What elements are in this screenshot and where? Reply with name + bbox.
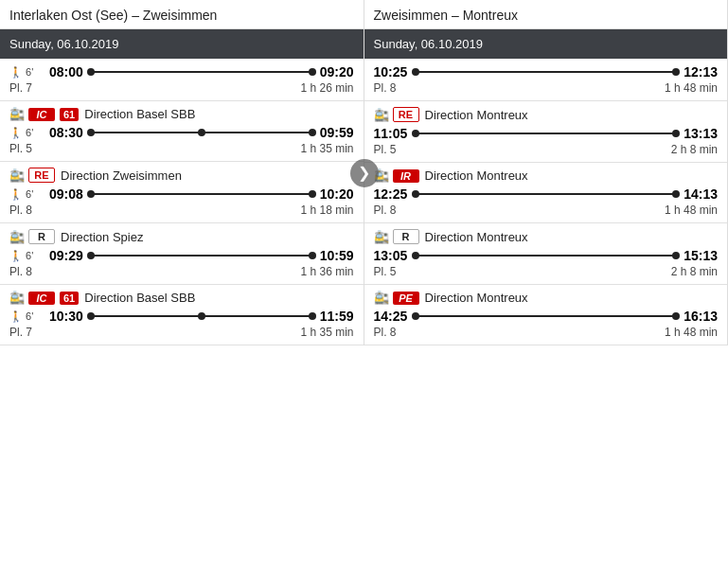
left-platform-row-3: Pl. 8 1 h 36 min — [9, 265, 354, 278]
left-timeline-1 — [91, 126, 312, 139]
scroll-arrow-button[interactable]: ❯ — [350, 159, 379, 187]
right-time-row-3: 13:05 15:13 — [374, 248, 719, 263]
left-arr-1: 09:59 — [316, 125, 354, 140]
left-date: Sunday, 06.10.2019 — [9, 37, 118, 51]
train-icon-r1: 🚉 — [374, 108, 389, 122]
right-badge-r-3: R — [393, 229, 419, 244]
right-route-title: Zweisimmen – Montreux — [374, 8, 519, 23]
right-platform-0: Pl. 8 — [374, 81, 397, 95]
train-icon-3: 🚉 — [9, 230, 25, 244]
left-dot-left-4 — [87, 312, 95, 320]
left-arr-2: 10:20 — [316, 186, 354, 202]
left-platform-row-0: Pl. 7 1 h 26 min — [9, 81, 354, 95]
train-icon-1: 🚉 — [9, 107, 25, 121]
left-arr-4: 11:59 — [316, 309, 354, 324]
right-time-row-4: 14:25 16:13 — [374, 309, 719, 324]
left-dir-row-4: 🚉 IC 61 Direction Basel SBB — [9, 291, 354, 305]
left-dot-right-2 — [309, 190, 316, 198]
right-dot-left-1 — [412, 130, 419, 137]
right-trip-0: 10:25 12:13 Pl. 8 1 h 48 min — [364, 59, 728, 101]
right-dir-text-3: Direction Montreux — [425, 230, 528, 244]
right-platform-row-0: Pl. 8 1 h 48 min — [374, 81, 719, 95]
left-arr-0: 09:20 — [316, 64, 354, 80]
right-platform-4: Pl. 8 — [374, 326, 397, 339]
right-platform-3: Pl. 5 — [374, 265, 397, 278]
right-badge-pe-4: PE — [393, 292, 419, 305]
left-platform-1: Pl. 5 — [9, 142, 32, 155]
train-icon-r4: 🚉 — [374, 291, 389, 305]
left-duration-0: 1 h 26 min — [300, 81, 353, 95]
left-walk-3: 🚶 6' — [9, 250, 45, 262]
left-duration-1: 1 h 35 min — [300, 142, 353, 155]
left-dir-row-3: 🚉 R Direction Spiez — [9, 229, 354, 244]
right-line-4 — [416, 315, 677, 317]
left-dot-mid-1 — [198, 129, 205, 136]
left-timeline-3 — [91, 249, 312, 262]
left-badge-num-4: 61 — [60, 292, 79, 305]
right-badge-re-1: RE — [393, 107, 419, 122]
right-line-1 — [416, 133, 677, 134]
left-time-row-2: 🚶 6' 09:08 10:20 — [9, 186, 354, 202]
left-dot-mid-4 — [198, 312, 205, 320]
train-icon-2: 🚉 — [9, 168, 25, 183]
right-dot-left-4 — [412, 312, 419, 320]
right-line-2 — [416, 193, 677, 195]
left-dir-text-1: Direction Basel SBB — [84, 107, 195, 121]
left-badge-r-3: R — [28, 229, 55, 244]
left-dot-right-4 — [309, 312, 316, 320]
left-dot-right-3 — [309, 252, 316, 259]
right-time-row-1: 11:05 13:13 — [374, 126, 719, 141]
left-duration-4: 1 h 35 min — [300, 326, 353, 339]
left-dir-row-2: 🚉 RE Direction Zweisimmen — [9, 168, 354, 183]
right-duration-2: 1 h 48 min — [665, 204, 718, 217]
right-dot-left-0 — [412, 68, 419, 76]
right-dep-4: 14:25 — [374, 309, 412, 324]
right-arr-1: 13:13 — [680, 126, 718, 141]
right-dot-right-2 — [672, 190, 680, 198]
right-timeline-0 — [416, 65, 677, 79]
left-badge-re-2: RE — [28, 168, 55, 183]
left-dep-4: 10:30 — [49, 309, 87, 324]
right-dot-left-3 — [412, 252, 419, 259]
right-dot-right-3 — [672, 252, 680, 259]
left-line-3 — [91, 255, 312, 257]
left-platform-row-1: Pl. 5 1 h 35 min — [9, 142, 354, 155]
right-trip-2: 🚉 IR Direction Montreux 12:25 14:13 Pl. … — [364, 163, 728, 223]
right-dep-0: 10:25 — [374, 64, 412, 80]
left-walk-2: 🚶 6' — [9, 188, 45, 201]
right-timeline-1 — [416, 127, 677, 140]
left-column: Interlaken Ost (See) – Zweisimmen Sunday… — [0, 0, 364, 345]
right-column: Zweisimmen – Montreux Sunday, 06.10.2019… — [364, 0, 729, 345]
left-time-row-4: 🚶 6' 10:30 11:59 — [9, 309, 354, 324]
left-platform-row-2: Pl. 8 1 h 18 min — [9, 204, 354, 217]
left-timeline-0 — [91, 65, 312, 79]
left-trip-0: 🚶 6' 08:00 09:20 Pl. 7 1 h 26 min — [0, 59, 364, 101]
right-arr-0: 12:13 — [680, 64, 718, 80]
right-dot-left-2 — [412, 190, 419, 198]
left-platform-3: Pl. 8 — [9, 265, 32, 278]
right-platform-row-3: Pl. 5 2 h 8 min — [374, 265, 719, 278]
right-time-row-0: 10:25 12:13 — [374, 64, 719, 80]
left-date-header: Sunday, 06.10.2019 — [0, 29, 364, 59]
right-trip-1: 🚉 RE Direction Montreux 11:05 13:13 Pl. … — [364, 101, 728, 163]
left-badge-num-1: 61 — [60, 108, 79, 121]
right-line-3 — [416, 255, 677, 257]
left-platform-row-4: Pl. 7 1 h 35 min — [9, 326, 354, 339]
right-platform-1: Pl. 5 — [374, 143, 397, 156]
left-walk-0: 🚶 6' — [9, 66, 45, 79]
right-timeline-4 — [416, 310, 677, 323]
train-icon-r3: 🚉 — [374, 230, 389, 244]
left-dir-row-1: 🚉 IC 61 Direction Basel SBB — [9, 107, 354, 121]
right-platform-2: Pl. 8 — [374, 204, 397, 217]
right-arr-3: 15:13 — [680, 248, 718, 263]
right-duration-0: 1 h 48 min — [665, 81, 718, 95]
left-timeline-2 — [91, 187, 312, 201]
left-line-0 — [91, 71, 312, 73]
left-dep-2: 09:08 — [49, 186, 87, 202]
right-duration-1: 2 h 8 min — [671, 143, 718, 156]
right-arr-4: 16:13 — [680, 309, 718, 324]
right-dot-right-4 — [672, 312, 680, 320]
left-col-header: Interlaken Ost (See) – Zweisimmen — [0, 0, 364, 29]
right-dep-2: 12:25 — [374, 186, 412, 202]
left-walk-1: 🚶 6' — [9, 127, 45, 139]
